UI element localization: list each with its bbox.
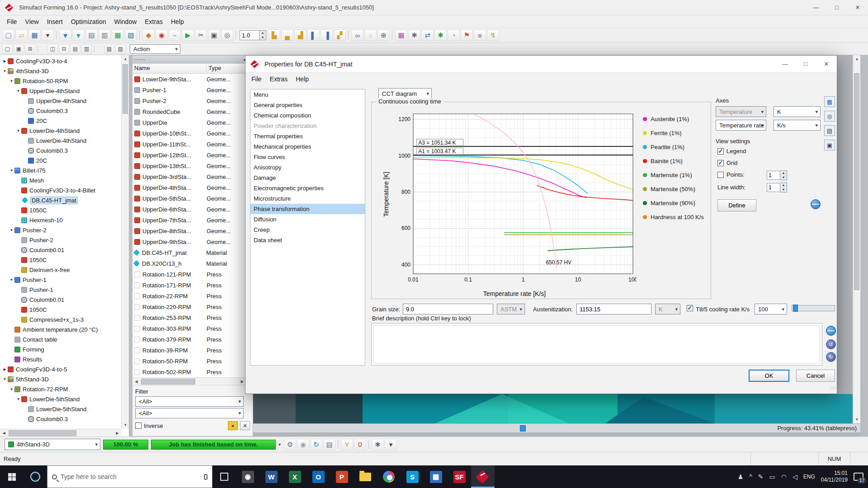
tree-item[interactable]: DieInsert-x-free [0, 265, 121, 275]
toolbar-icon[interactable]: ◉ [156, 29, 168, 41]
export-chart-icon[interactable]: ▣ [824, 140, 835, 150]
t85-slider-thumb[interactable] [793, 305, 798, 312]
toolbar-icon[interactable]: ▙ [268, 29, 280, 41]
scroll-right-icon[interactable]: ▶ [113, 429, 121, 437]
grain-size-input[interactable] [403, 304, 493, 314]
filter-dropdown-2[interactable]: <All> [135, 408, 244, 418]
legend-checkbox[interactable] [717, 148, 724, 155]
ok-button[interactable]: OK [749, 370, 789, 382]
objects-horizontal-scrollbar[interactable]: ◀ ▶ [132, 377, 246, 385]
taskbar-app[interactable]: W [259, 465, 283, 488]
object-row[interactable]: Rotation-171-RPM Press [132, 280, 246, 291]
tree-item[interactable]: 20C [0, 155, 121, 165]
line-width-arrows[interactable]: ▲▼ [780, 183, 787, 192]
chart-options-icon[interactable]: ▤ [824, 125, 835, 136]
nav-item[interactable]: Data sheet [250, 235, 365, 245]
toolbar-icon[interactable]: ◆ [142, 29, 155, 41]
toolbar-icon[interactable]: ▧ [125, 29, 137, 41]
scroll-down-icon[interactable]: ▼ [122, 421, 129, 429]
globe-icon[interactable] [811, 199, 821, 209]
toolbar-icon[interactable]: ▼ [72, 29, 85, 41]
tree-item[interactable]: Forming [0, 344, 121, 354]
toolbar-icon[interactable]: ≡ [474, 29, 486, 41]
job-toolbar-icon[interactable] [336, 439, 340, 450]
nav-item[interactable]: General properties [250, 100, 365, 110]
scroll-up-icon[interactable]: ▲ [122, 55, 129, 63]
toolbar-icon[interactable]: ▦ [395, 29, 407, 41]
description-textarea[interactable] [373, 325, 820, 363]
object-row[interactable]: Rotation-303-RPM Press [132, 323, 246, 334]
tree-item[interactable]: Coulomb0.3 [0, 145, 121, 155]
taskbar-clock[interactable]: 15:01 04/11/2019 [821, 470, 848, 483]
dialog-minimize-button[interactable]: — [774, 56, 795, 72]
toolbar-icon[interactable]: ▧ [104, 44, 114, 54]
menu-item[interactable]: Insert [43, 16, 67, 27]
action-dropdown[interactable]: Action [130, 44, 180, 54]
scroll-up-icon[interactable]: ▲ [853, 55, 860, 63]
toolbar-icon[interactable] [36, 44, 47, 54]
object-row[interactable]: UpperDie-5thSta... Geome... [132, 193, 246, 204]
tree-item[interactable]: UpperDie-4thStand [0, 96, 121, 106]
maximize-button[interactable]: □ [826, 0, 847, 15]
object-row[interactable]: Pusher-1 Geome... [132, 84, 246, 95]
object-row[interactable]: UpperDie-6thSta... Geome... [132, 204, 246, 215]
legend-item[interactable]: Pearlite (1%) [643, 140, 710, 154]
scroll-down-icon[interactable]: ▼ [853, 416, 860, 423]
grid-checkbox[interactable] [717, 160, 724, 166]
toolbar-icon[interactable]: ✱ [408, 29, 420, 41]
toolbar-icon[interactable]: ▨ [115, 44, 126, 54]
object-row[interactable]: Rotation-253-RPM Press [132, 312, 246, 323]
object-row[interactable]: UpperDie-10thSt... Geome... [132, 128, 246, 139]
points-checkbox[interactable] [717, 172, 724, 178]
nav-item[interactable]: Electromagnetic properties [250, 183, 365, 193]
tree-item[interactable]: 1050C [0, 305, 121, 314]
zoom-chart-icon[interactable]: ◎ [824, 111, 835, 122]
tree-item[interactable]: 20C [0, 116, 121, 126]
dialog-maximize-button[interactable]: □ [795, 56, 816, 72]
tree-item[interactable]: Contact table [0, 334, 121, 344]
toolbar-icon[interactable]: ⊞ [25, 44, 35, 54]
menu-item[interactable]: File [3, 16, 21, 27]
tree-item[interactable]: LowerDie-4thStand [0, 136, 121, 145]
tree-caret-icon[interactable] [9, 79, 14, 83]
scroll-thumb[interactable] [854, 73, 859, 290]
legend-item[interactable]: Bainite (1%) [643, 154, 710, 168]
object-row[interactable]: Rotation-39-RPM Press [132, 345, 246, 356]
line-width-stepper[interactable]: ▲▼ [767, 183, 787, 192]
dialog-menu-item[interactable]: File [247, 74, 266, 84]
tray-icon[interactable]: ✎ [758, 473, 764, 480]
tree-caret-icon[interactable] [9, 387, 14, 391]
toolbar-icon[interactable] [234, 29, 238, 41]
job-toolbar-icon[interactable]: ⚙ [284, 439, 296, 450]
tray-icon[interactable]: ◠ [781, 473, 787, 480]
axis-x-dropdown[interactable]: Temperature rate [716, 120, 766, 131]
dock-grip[interactable]: ▪▪▪▪▪▪ [134, 57, 145, 62]
tray-icon[interactable]: ◁ [793, 473, 797, 480]
inverse-checkbox[interactable] [135, 422, 142, 429]
object-row[interactable]: Rotation-379-RPM Press [132, 334, 246, 345]
toolbar-icon[interactable]: ⊟ [59, 44, 69, 54]
object-row[interactable]: UpperDie-11thSt... Geome... [132, 139, 246, 150]
clear-filter-button[interactable]: ✕ [240, 421, 250, 430]
toolbar-icon[interactable]: ▾ [42, 29, 54, 41]
nav-item[interactable]: Chemical composition [250, 110, 365, 121]
axis-y-dropdown[interactable]: Temperature [716, 106, 766, 117]
tree-item[interactable]: LowerDie-4thStand [0, 126, 121, 136]
legend-item[interactable]: Martensite (50%) [643, 182, 710, 196]
tree-item[interactable]: Pusher-1 [0, 275, 121, 285]
tree-caret-icon[interactable] [15, 129, 21, 133]
tray-icon[interactable]: ^ [749, 473, 752, 480]
legend-item[interactable]: Hardness at 100 K/s [643, 210, 710, 224]
tree-item[interactable]: Rotation-72-RPM [0, 384, 121, 394]
object-row[interactable]: DB.C45-HT_jmat Material [132, 247, 246, 258]
nav-item[interactable]: Powder characterization [250, 121, 365, 131]
tree-item[interactable]: Pusher-2 [0, 225, 121, 235]
toolbar-icon[interactable] [93, 44, 103, 54]
dialog-title-bar[interactable]: Properties for DB.C45-HT_jmat — □ ✕ [245, 56, 837, 73]
cancel-button[interactable]: Cancel [796, 370, 835, 382]
menu-item[interactable]: Window [110, 16, 141, 27]
nav-item[interactable]: Damage [250, 173, 365, 183]
toolbar-icon[interactable]: ▐ [321, 29, 333, 41]
tree-caret-icon[interactable] [15, 397, 21, 401]
action-center-icon[interactable]: 17 [854, 473, 863, 481]
